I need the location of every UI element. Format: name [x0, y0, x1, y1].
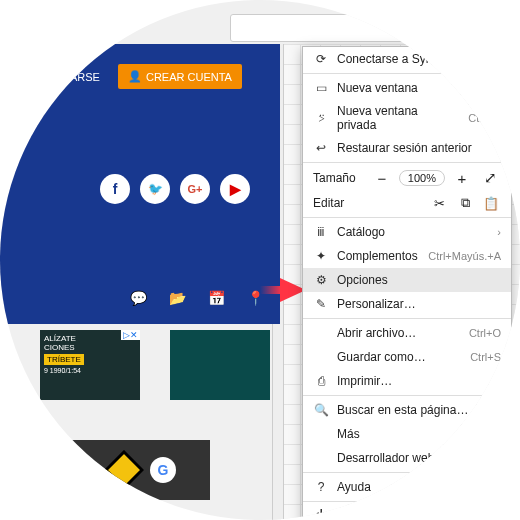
menu-separator	[303, 162, 511, 163]
google-badge-icon: G	[150, 457, 176, 483]
chevron-right-icon: ›	[497, 481, 501, 493]
url-bar[interactable]: ••• ⌄ ☆	[230, 14, 510, 42]
user-plus-icon: 👤	[128, 70, 142, 83]
menu-print[interactable]: ⎙ Imprimir…	[303, 369, 511, 393]
menu-separator	[303, 318, 511, 319]
gear-icon: ⚙	[313, 273, 329, 287]
menu-options[interactable]: ⚙ Opciones	[303, 268, 511, 292]
menu-separator	[303, 73, 511, 74]
calendar-icon[interactable]: 📅	[208, 290, 225, 306]
menu-customize[interactable]: ✎ Personalizar…	[303, 292, 511, 316]
restore-icon: ↩	[313, 141, 329, 155]
menu-separator	[303, 217, 511, 218]
chevron-right-icon: ›	[497, 428, 501, 440]
mask-icon: ⍩	[313, 111, 329, 125]
puzzle-icon: ✦	[313, 249, 329, 263]
bookmark-star-icon[interactable]: ☆	[488, 20, 501, 36]
chevron-right-icon: ›	[497, 452, 501, 464]
zoom-out-button[interactable]: −	[371, 170, 393, 187]
menu-find[interactable]: 🔍 Buscar en esta página… Ctrl+	[303, 398, 511, 422]
svg-marker-0	[106, 452, 142, 488]
zoom-in-button[interactable]: +	[451, 170, 473, 187]
cut-button[interactable]: ✂	[429, 196, 449, 211]
circle-crop: ••• ⌄ ☆ ARSE 👤 CREAR CUENTA f 🐦 G+ ▶ 💬 📂	[0, 0, 520, 520]
social-icons: f 🐦 G+ ▶	[100, 174, 250, 204]
diamond-icon	[104, 450, 144, 490]
menu-exit[interactable]: ⏻ Salir	[303, 504, 511, 520]
menu-help[interactable]: ? Ayuda ›	[303, 475, 511, 499]
website-header: ARSE 👤 CREAR CUENTA f 🐦 G+ ▶ 💬 📂 📅 📍	[0, 44, 280, 324]
paste-button[interactable]: 📋	[481, 196, 501, 211]
window-icon: ▭	[313, 81, 329, 95]
menu-new-window[interactable]: ▭ Nueva ventana	[303, 76, 511, 100]
login-button[interactable]: ARSE	[60, 64, 110, 89]
sync-icon: ⟳	[313, 52, 329, 66]
pocket-icon[interactable]: ⌄	[461, 22, 478, 35]
ad-banner[interactable]	[170, 330, 270, 400]
search-icon: 🔍	[313, 403, 329, 417]
paintbrush-icon: ✎	[313, 297, 329, 311]
facebook-icon[interactable]: f	[100, 174, 130, 204]
youtube-icon[interactable]: ▶	[220, 174, 250, 204]
firefox-app-menu: ⟳ Conectarse a Sync ▭ Nueva ventana ⍩ Nu…	[302, 46, 512, 520]
nav-icon-strip: 💬 📂 📅 📍	[130, 290, 264, 306]
print-icon: ⎙	[313, 374, 329, 388]
menu-open-file[interactable]: Abrir archivo… Ctrl+O	[303, 321, 511, 345]
googleplus-icon[interactable]: G+	[180, 174, 210, 204]
content-thumbnail[interactable]: G	[70, 440, 210, 500]
menu-addons[interactable]: ✦ Complementos Ctrl+Mayús.+A	[303, 244, 511, 268]
copy-button[interactable]: ⧉	[455, 195, 475, 211]
menu-catalog[interactable]: ⅲ Catálogo ›	[303, 220, 511, 244]
menu-separator	[303, 472, 511, 473]
menu-more[interactable]: Más ›	[303, 422, 511, 446]
ad-row: ▷✕ ALÍZATE CIONES TRÍBETE 9 1990/1:54	[40, 330, 270, 400]
menu-separator	[303, 395, 511, 396]
menu-edit-row: Editar ✂ ⧉ 📋	[303, 191, 511, 215]
chevron-right-icon: ›	[497, 226, 501, 238]
ad-banner[interactable]: ▷✕ ALÍZATE CIONES TRÍBETE 9 1990/1:54	[40, 330, 140, 400]
twitter-icon[interactable]: 🐦	[140, 174, 170, 204]
menu-separator	[303, 501, 511, 502]
page-actions-icon[interactable]: •••	[436, 20, 451, 36]
menu-restore-session[interactable]: ↩ Restaurar sesión anterior	[303, 136, 511, 160]
menu-zoom-row: Tamaño − 100% + ⤢	[303, 165, 511, 191]
menu-new-private-window[interactable]: ⍩ Nueva ventana privada Ctrl+M	[303, 100, 511, 136]
adchoices-icon[interactable]: ▷✕	[121, 330, 140, 340]
folder-icon[interactable]: 📂	[169, 290, 186, 306]
help-icon: ?	[313, 480, 329, 494]
fullscreen-button[interactable]: ⤢	[479, 169, 501, 187]
menu-sync[interactable]: ⟳ Conectarse a Sync	[303, 47, 511, 71]
zoom-level[interactable]: 100%	[399, 170, 445, 186]
create-account-button[interactable]: 👤 CREAR CUENTA	[118, 64, 242, 89]
menu-save-as[interactable]: Guardar como… Ctrl+S	[303, 345, 511, 369]
library-icon: ⅲ	[313, 225, 329, 239]
chat-icon[interactable]: 💬	[130, 290, 147, 306]
menu-developer[interactable]: Desarrollador web ›	[303, 446, 511, 470]
power-icon: ⏻	[313, 509, 329, 520]
